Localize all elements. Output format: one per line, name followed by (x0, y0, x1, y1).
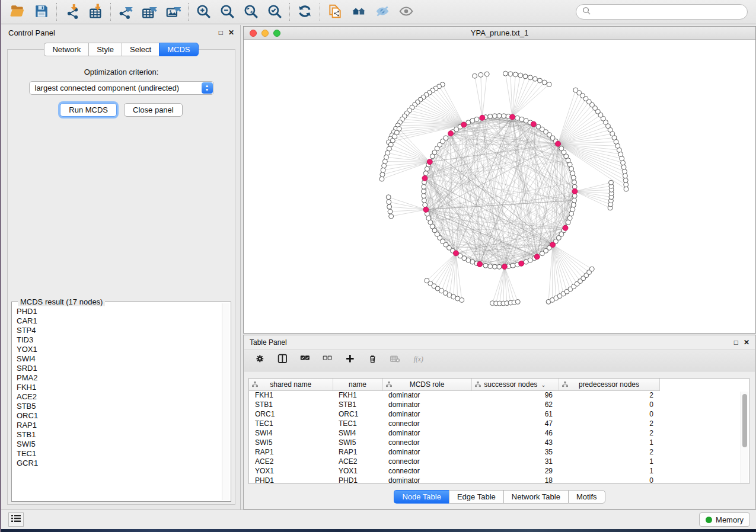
tab-network[interactable]: Network (44, 43, 88, 56)
criterion-dropdown[interactable]: largest connected component (undirected)… (29, 81, 214, 95)
show-all-button[interactable] (394, 2, 418, 22)
cell-MCDS-role[interactable]: dominator (382, 447, 471, 457)
cell-MCDS-role[interactable]: connector (382, 438, 471, 447)
mcds-result-item[interactable]: TEC1 (17, 449, 221, 459)
float-panel-icon[interactable]: □ (219, 29, 223, 36)
mcds-result-item[interactable]: STB1 (17, 430, 221, 440)
cell-successor-nodes[interactable]: 61 (471, 409, 559, 419)
cell-name[interactable]: SWI5 (333, 438, 382, 447)
table-row[interactable]: SWI5SWI5connector431 (249, 438, 659, 447)
cell-predecessor-nodes[interactable]: 0 (559, 476, 659, 484)
zoom-selected-button[interactable] (263, 2, 286, 22)
mcds-result-item[interactable]: RAP1 (17, 421, 221, 430)
cell-predecessor-nodes[interactable]: 2 (559, 447, 659, 457)
tab-network-table[interactable]: Network Table (503, 490, 568, 504)
table-row[interactable]: SWI4SWI4dominator462 (249, 428, 659, 438)
table-row[interactable]: ORC1ORC1dominator610 (249, 409, 659, 419)
tab-edge-table[interactable]: Edge Table (449, 490, 503, 504)
cell-successor-nodes[interactable]: 43 (471, 438, 559, 447)
table-row[interactable]: RAP1RAP1dominator352 (249, 447, 659, 457)
cell-name[interactable]: STB1 (333, 400, 382, 409)
cell-shared-name[interactable]: ACE2 (249, 457, 333, 466)
cell-MCDS-role[interactable]: connector (382, 457, 471, 466)
import-network-button[interactable] (60, 2, 84, 22)
column-header-successor-nodes[interactable]: successor nodes⌄ (471, 379, 559, 390)
cell-successor-nodes[interactable]: 46 (471, 428, 559, 438)
mcds-result-item[interactable]: PHD1 (17, 307, 221, 316)
zoom-fit-button[interactable] (239, 2, 263, 22)
close-panel-button[interactable]: Close panel (124, 103, 183, 117)
cell-shared-name[interactable]: SWI4 (249, 428, 333, 438)
export-image-button[interactable] (161, 2, 185, 22)
table-row[interactable]: ACE2ACE2connector311 (249, 457, 659, 466)
cell-successor-nodes[interactable]: 47 (471, 419, 559, 428)
delete-column-button[interactable] (365, 352, 382, 369)
first-neighbors-button[interactable] (347, 2, 371, 22)
add-column-button[interactable] (343, 352, 359, 369)
tab-motifs[interactable]: Motifs (568, 490, 605, 504)
tab-node-table[interactable]: Node Table (394, 490, 449, 504)
cell-shared-name[interactable]: PHD1 (249, 476, 333, 484)
cell-shared-name[interactable]: ORC1 (249, 409, 333, 419)
cell-successor-nodes[interactable]: 31 (471, 457, 559, 466)
split-view-button[interactable] (275, 352, 292, 369)
zoom-out-button[interactable] (215, 2, 239, 22)
column-header-shared-name[interactable]: shared name (249, 379, 333, 390)
network-canvas[interactable] (244, 40, 755, 333)
hide-selected-button[interactable] (371, 2, 394, 22)
mcds-result-item[interactable]: SWI5 (17, 440, 221, 449)
table-scrollbar-thumb[interactable] (742, 394, 747, 447)
cell-MCDS-role[interactable]: dominator (382, 428, 471, 438)
search-input[interactable] (591, 8, 741, 17)
deselect-all-rows-button[interactable] (320, 352, 337, 369)
column-settings-button[interactable] (253, 352, 269, 369)
cell-predecessor-nodes[interactable]: 2 (559, 419, 659, 428)
cell-predecessor-nodes[interactable]: 1 (559, 457, 659, 466)
mcds-result-item[interactable]: GCR1 (17, 459, 221, 468)
memory-button[interactable]: Memory (699, 512, 750, 527)
cell-MCDS-role[interactable]: dominator (382, 390, 471, 400)
cell-predecessor-nodes[interactable]: 0 (559, 400, 659, 409)
mcds-result-item[interactable]: STB5 (17, 402, 221, 411)
cell-name[interactable]: TEC1 (333, 419, 382, 428)
cell-predecessor-nodes[interactable]: 1 (559, 438, 659, 447)
mcds-result-item[interactable]: YOX1 (17, 345, 221, 354)
select-all-rows-button[interactable] (298, 352, 314, 369)
cell-shared-name[interactable]: SWI5 (249, 438, 333, 447)
cell-name[interactable]: RAP1 (333, 447, 382, 457)
close-table-panel-icon[interactable]: ✕ (744, 339, 749, 346)
column-header-name[interactable]: name (333, 379, 382, 390)
mcds-result-item[interactable]: PMA2 (17, 373, 221, 383)
mcds-result-item[interactable]: SRD1 (17, 364, 221, 373)
zoom-in-button[interactable] (192, 2, 215, 22)
cell-shared-name[interactable]: YOX1 (249, 466, 333, 476)
cell-MCDS-role[interactable]: dominator (382, 476, 471, 484)
column-header-predecessor-nodes[interactable]: predecessor nodes (559, 379, 659, 390)
cell-shared-name[interactable]: FKH1 (249, 390, 333, 400)
mcds-result-item[interactable]: STP4 (17, 326, 221, 335)
tab-select[interactable]: Select (122, 43, 159, 56)
duplicate-network-button[interactable] (323, 2, 347, 22)
tab-style[interactable]: Style (88, 43, 122, 56)
mcds-result-item[interactable]: CAR1 (17, 316, 221, 326)
cell-successor-nodes[interactable]: 96 (471, 390, 559, 400)
refresh-button[interactable] (293, 2, 317, 22)
mcds-result-item[interactable]: FKH1 (17, 383, 221, 392)
cell-name[interactable]: ACE2 (333, 457, 382, 466)
cell-MCDS-role[interactable]: dominator (382, 409, 471, 419)
cell-MCDS-role[interactable]: connector (382, 419, 471, 428)
import-table-button[interactable] (84, 2, 107, 22)
cell-name[interactable]: YOX1 (333, 466, 382, 476)
export-table-button[interactable] (138, 2, 161, 22)
cell-name[interactable]: SWI4 (333, 428, 382, 438)
cell-name[interactable]: PHD1 (333, 476, 382, 484)
search-box[interactable] (576, 4, 748, 20)
cell-shared-name[interactable]: RAP1 (249, 447, 333, 457)
mcds-result-scrollbar[interactable] (222, 303, 229, 500)
tab-mcds[interactable]: MCDS (159, 43, 198, 56)
cell-successor-nodes[interactable]: 29 (471, 466, 559, 476)
table-row[interactable]: TEC1TEC1connector472 (249, 419, 659, 428)
table-row[interactable]: FKH1FKH1dominator962 (249, 390, 659, 400)
cell-predecessor-nodes[interactable]: 2 (559, 428, 659, 438)
run-mcds-button[interactable]: Run MCDS (60, 103, 117, 117)
